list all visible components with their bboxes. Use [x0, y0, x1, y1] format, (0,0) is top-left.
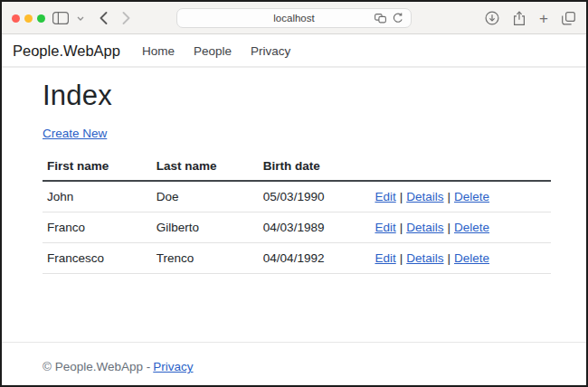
action-separator: | — [400, 221, 403, 234]
translate-icon[interactable] — [375, 14, 386, 24]
details-link[interactable]: Details — [406, 190, 443, 203]
page-footer: © People.WebApp -Privacy — [2, 342, 586, 373]
navbar-brand[interactable]: People.WebApp — [13, 42, 120, 60]
edit-link[interactable]: Edit — [375, 221, 395, 234]
share-icon[interactable] — [513, 11, 526, 26]
table-header-row: First name Last name Birth date — [43, 152, 551, 181]
delete-link[interactable]: Delete — [454, 251, 489, 265]
cell-birth-date: 05/03/1990 — [259, 181, 371, 212]
create-new-link[interactable]: Create New — [43, 127, 107, 140]
cell-birth-date: 04/03/1989 — [259, 212, 371, 243]
action-separator: | — [400, 251, 403, 265]
cell-last-name: Trenco — [152, 243, 259, 274]
details-link[interactable]: Details — [406, 221, 443, 234]
header-actions — [370, 152, 551, 181]
cell-actions: Edit|Details|Delete — [370, 212, 551, 243]
cell-first-name: John — [43, 181, 152, 212]
table-row: Franco Gilberto 04/03/1989 Edit|Details|… — [43, 212, 551, 243]
zoom-window-button[interactable] — [37, 14, 45, 23]
browser-titlebar: localhost — [2, 2, 586, 34]
downloads-icon[interactable] — [485, 11, 499, 25]
traffic-lights — [12, 14, 45, 23]
tab-overview-icon[interactable] — [562, 12, 575, 25]
new-tab-icon[interactable]: + — [539, 11, 548, 26]
footer-privacy-link[interactable]: Privacy — [153, 360, 193, 373]
cell-birth-date: 04/04/1992 — [259, 243, 371, 274]
page-title: Index — [43, 80, 551, 112]
forward-button[interactable] — [122, 12, 130, 24]
address-bar-url: localhost — [273, 13, 314, 24]
cell-last-name: Gilberto — [152, 212, 259, 243]
close-window-button[interactable] — [12, 14, 20, 23]
minimize-window-button[interactable] — [24, 14, 33, 23]
site-navbar: People.WebApp Home People Privacy — [2, 35, 586, 68]
table-row: John Doe 05/03/1990 Edit|Details|Delete — [43, 181, 551, 212]
cell-last-name: Doe — [152, 181, 259, 212]
details-link[interactable]: Details — [406, 251, 443, 265]
action-separator: | — [400, 190, 403, 203]
address-bar[interactable]: localhost — [176, 8, 412, 28]
action-separator: | — [448, 221, 451, 234]
delete-link[interactable]: Delete — [454, 221, 489, 234]
sidebar-chevron-down-icon[interactable] — [77, 16, 84, 21]
cell-first-name: Francesco — [43, 243, 152, 274]
nav-link-people[interactable]: People — [194, 44, 232, 58]
table-row: Francesco Trenco 04/04/1992 Edit|Details… — [43, 243, 551, 274]
browser-window: localhost — [0, 0, 588, 387]
cell-first-name: Franco — [43, 212, 152, 243]
action-separator: | — [448, 251, 451, 265]
action-separator: | — [448, 190, 451, 203]
nav-link-home[interactable]: Home — [142, 44, 175, 58]
reload-icon[interactable] — [393, 13, 403, 24]
main-content: Index Create New First name Last name Bi… — [43, 70, 551, 274]
header-last-name: Last name — [152, 152, 259, 181]
sidebar-icon[interactable] — [52, 12, 69, 24]
edit-link[interactable]: Edit — [375, 251, 395, 265]
edit-link[interactable]: Edit — [375, 190, 395, 203]
people-table: First name Last name Birth date John Doe… — [43, 152, 551, 274]
back-button[interactable] — [100, 12, 108, 24]
delete-link[interactable]: Delete — [454, 190, 489, 203]
cell-actions: Edit|Details|Delete — [370, 181, 551, 212]
footer-copyright: © People.WebApp - — [43, 360, 150, 373]
header-birth-date: Birth date — [259, 152, 371, 181]
header-first-name: First name — [43, 152, 152, 181]
cell-actions: Edit|Details|Delete — [370, 243, 551, 274]
nav-link-privacy[interactable]: Privacy — [251, 44, 290, 58]
